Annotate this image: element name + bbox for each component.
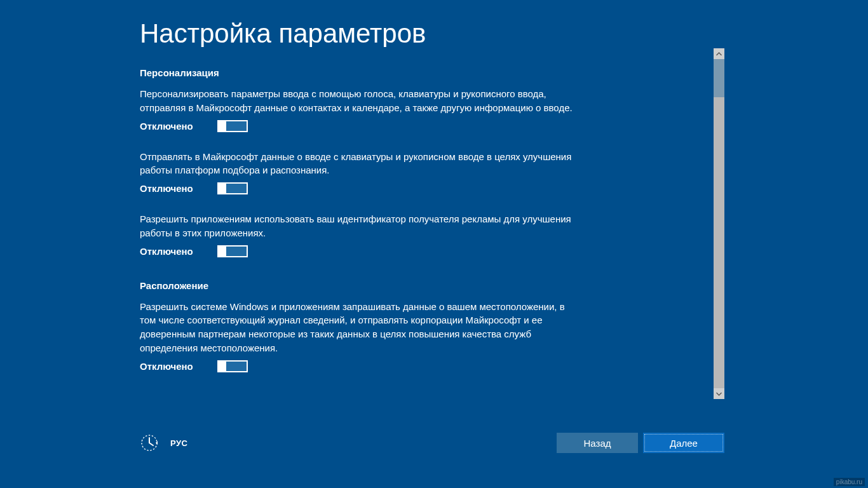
toggle-state-label: Отключено	[140, 246, 203, 257]
setting-description: Разрешить системе Windows и приложениям …	[140, 300, 578, 355]
setting-description: Разрешить приложениям использовать ваш и…	[140, 212, 578, 240]
toggle-state-label: Отключено	[140, 361, 203, 372]
toggle-state-label: Отключено	[140, 121, 203, 132]
toggle-row: Отключено	[140, 245, 578, 257]
toggle-knob	[219, 247, 226, 256]
section-location: Расположение Разрешить системе Windows и…	[140, 280, 718, 372]
setting-send-typing-data: Отправлять в Майкрософт данные о вводе с…	[140, 150, 578, 195]
scrollbar-arrow-up-icon[interactable]	[714, 48, 724, 59]
scrollbar-arrow-down-icon[interactable]	[714, 388, 724, 399]
scrollbar-thumb[interactable]	[714, 59, 724, 97]
section-heading-location: Расположение	[140, 280, 718, 291]
toggle-row: Отключено	[140, 120, 578, 132]
main-content: Настройка параметров Персонализация Перс…	[140, 29, 718, 404]
setting-personalize-input: Персонализировать параметры ввода с помо…	[140, 87, 578, 132]
toggle-personalize-input[interactable]	[217, 120, 248, 132]
setting-location-access: Разрешить системе Windows и приложениям …	[140, 300, 578, 372]
toggle-state-label: Отключено	[140, 183, 203, 194]
back-button[interactable]: Назад	[557, 433, 638, 453]
section-heading-personalization: Персонализация	[140, 67, 718, 78]
toggle-row: Отключено	[140, 360, 578, 372]
watermark: pikabu.ru	[834, 478, 865, 486]
language-indicator[interactable]: РУС	[170, 438, 187, 448]
scrollbar[interactable]	[714, 48, 724, 399]
toggle-row: Отключено	[140, 182, 578, 194]
footer-bar: РУС Назад Далее	[140, 433, 724, 453]
setting-description: Отправлять в Майкрософт данные о вводе с…	[140, 150, 578, 178]
toggle-advertising-id[interactable]	[217, 245, 248, 257]
setting-description: Персонализировать параметры ввода с помо…	[140, 87, 578, 115]
page-title: Настройка параметров	[140, 20, 718, 47]
footer-left: РУС	[140, 433, 187, 452]
toggle-location-access[interactable]	[217, 360, 248, 372]
setting-advertising-id: Разрешить приложениям использовать ваш и…	[140, 212, 578, 257]
next-button[interactable]: Далее	[643, 433, 724, 453]
toggle-knob	[219, 121, 226, 131]
toggle-knob	[219, 184, 226, 193]
section-personalization: Персонализация Персонализировать парамет…	[140, 67, 718, 257]
footer-right: Назад Далее	[557, 433, 724, 453]
scrollbar-track[interactable]	[714, 59, 724, 388]
toggle-knob	[219, 362, 226, 371]
toggle-send-typing-data[interactable]	[217, 182, 248, 194]
ease-of-access-icon[interactable]	[140, 433, 159, 452]
